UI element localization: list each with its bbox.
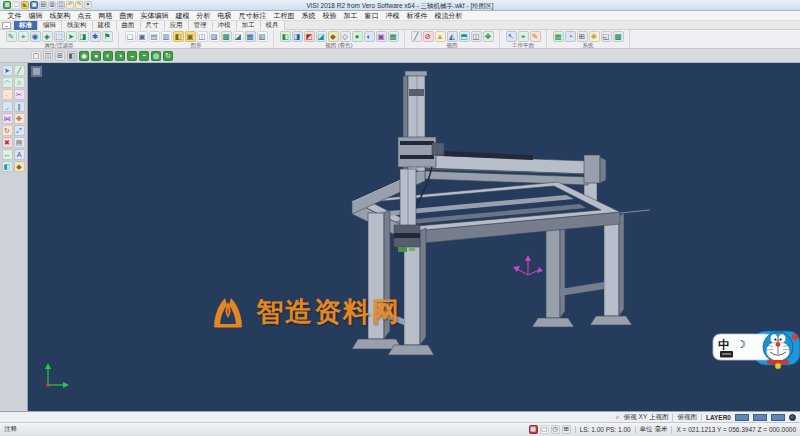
workplane-origin-icon[interactable]: ⌖ [518, 31, 529, 42]
menu-item-13[interactable]: 校验 [319, 11, 340, 21]
line-icon[interactable]: ╱ [14, 65, 25, 76]
rotate-icon[interactable]: ↻ [2, 125, 13, 136]
fillet-icon[interactable]: ◞ [2, 101, 13, 112]
menu-item-14[interactable]: 加工 [340, 11, 361, 21]
sheet-copy-icon[interactable]: ◪ [233, 31, 244, 42]
circle-icon[interactable]: ○ [14, 77, 25, 88]
box-select-icon[interactable]: ⬚ [54, 31, 65, 42]
zoom-in-icon[interactable]: ▲ [435, 31, 446, 42]
status-box-3[interactable] [771, 414, 785, 421]
toolbar-tab-3[interactable]: 建模 [93, 21, 117, 30]
point-icon[interactable]: ∙ [2, 89, 13, 100]
status-box-2[interactable] [753, 414, 767, 421]
pan-view-icon[interactable]: ✥ [483, 31, 494, 42]
mirror-icon[interactable]: ⋈ [2, 113, 13, 124]
menu-item-1[interactable]: 编辑 [25, 11, 46, 21]
sheet-teal-icon[interactable]: ▩ [221, 31, 232, 42]
status-box-1[interactable] [735, 414, 749, 421]
menu-item-16[interactable]: 冲模 [382, 11, 403, 21]
active-sheet-icon[interactable]: ▣ [185, 31, 196, 42]
save-icon[interactable]: ▣ [30, 1, 38, 9]
grid-icon[interactable]: ⊞ [562, 425, 571, 434]
transparent-view-icon[interactable]: ◪ [316, 31, 327, 42]
menu-item-0[interactable]: 文件 [4, 11, 25, 21]
toolbar-tab-7[interactable]: 管理 [189, 21, 213, 30]
half-shade-view-icon[interactable]: ◐ [364, 31, 375, 42]
ime-widget[interactable]: 中 ☽ [712, 325, 800, 373]
menu-item-18[interactable]: 模流分析 [431, 11, 466, 21]
new-file-icon[interactable]: ▢ [12, 1, 20, 9]
customize-icon[interactable]: ▾ [84, 1, 92, 9]
sheet-rows-icon[interactable]: ▥ [161, 31, 172, 42]
viewport-quad-icon[interactable]: ⊞ [55, 51, 65, 61]
dimension-icon[interactable]: ↔ [2, 149, 13, 160]
pick-filter-icon[interactable]: ➤ [66, 31, 77, 42]
globe-icon[interactable] [789, 414, 796, 421]
toolbar-tab-9[interactable]: 加工 [237, 21, 261, 30]
material-view-icon[interactable]: ◆ [328, 31, 339, 42]
sheet-lines-icon[interactable]: ▤ [149, 31, 160, 42]
sheet-link-icon[interactable]: ▦ [245, 31, 256, 42]
surface-icon[interactable]: ◧ [2, 161, 13, 172]
menu-item-5[interactable]: 曲面 [116, 11, 137, 21]
snap-settings-icon[interactable]: ▦ [529, 425, 538, 434]
toolbar-tab-4[interactable]: 曲面 [117, 21, 141, 30]
view-mode-label[interactable]: 俯视 XY 上视图 [624, 413, 669, 422]
attribute-pen-icon[interactable]: ✎ [6, 31, 17, 42]
system-database-icon[interactable]: ▩ [613, 31, 624, 42]
trim-icon[interactable]: ✂ [14, 89, 25, 100]
top-view-icon[interactable]: ⬒ [459, 31, 470, 42]
menu-item-17[interactable]: 标准件 [403, 11, 431, 21]
menu-item-3[interactable]: 点云 [74, 11, 95, 21]
move-icon[interactable]: ✥ [14, 113, 25, 124]
split-view-icon[interactable]: ◫ [471, 31, 482, 42]
wireframe-view-icon[interactable]: ◨ [292, 31, 303, 42]
select-icon[interactable]: ➤ [2, 65, 13, 76]
text-icon[interactable]: A [14, 149, 25, 160]
menu-item-9[interactable]: 电极 [214, 11, 235, 21]
workplane-edit-icon[interactable]: ✎ [530, 31, 541, 42]
history-icon[interactable]: ◷ [551, 425, 560, 434]
dynamic-rotate-icon[interactable]: ╱ [411, 31, 422, 42]
active-layer-label[interactable]: LAYER0 [706, 414, 731, 421]
view-iso-icon[interactable]: ◉ [79, 51, 89, 61]
view-back-icon[interactable]: ◓ [139, 51, 149, 61]
toolbar-tab-6[interactable]: 应用 [165, 21, 189, 30]
layers-icon[interactable]: ▤ [14, 137, 25, 148]
filter-target-icon[interactable]: ⌖ [18, 31, 29, 42]
open-file-icon[interactable]: ◣ [21, 1, 29, 9]
print-preview-icon[interactable]: ▥ [48, 1, 56, 9]
viewport-split-icon[interactable]: ◫ [43, 51, 53, 61]
selection-box-icon[interactable]: ▢ [540, 425, 549, 434]
flag-filter-icon[interactable]: ⚑ [102, 31, 113, 42]
undo-icon[interactable]: ↶ [66, 1, 74, 9]
plot-icon[interactable]: ◫ [57, 1, 65, 9]
3d-viewport[interactable]: 智造资料网 中 ☽ [28, 63, 800, 411]
delete-icon[interactable]: ✖ [2, 137, 13, 148]
hidden-line-view-icon[interactable]: ◩ [304, 31, 315, 42]
toolbar-tab-10[interactable]: 模具 [261, 21, 285, 30]
offset-icon[interactable]: ∥ [14, 101, 25, 112]
ime-language-indicator[interactable]: 中 [718, 338, 730, 352]
menu-item-11[interactable]: 工程图 [270, 11, 298, 21]
element-filter-icon[interactable]: ◨ [78, 31, 89, 42]
ime-moon-icon[interactable]: ☽ [736, 338, 746, 350]
iso-view-icon[interactable]: ◭ [447, 31, 458, 42]
attribute-match-icon[interactable]: ✱ [90, 31, 101, 42]
scale-icon[interactable]: ⤢ [14, 125, 25, 136]
system-settings-icon[interactable]: ✺ [589, 31, 600, 42]
solid-icon[interactable]: ◆ [14, 161, 25, 172]
section-view-icon[interactable]: ▣ [376, 31, 387, 42]
sheet-grid-icon[interactable]: ▣ [137, 31, 148, 42]
view-right-icon[interactable]: ◑ [115, 51, 125, 61]
app-icon[interactable]: ▦ [3, 1, 11, 9]
toolbar-tab-2[interactable]: 线架构 [62, 21, 93, 30]
sheet-lock-icon[interactable]: ▧ [257, 31, 268, 42]
menu-item-2[interactable]: 线架构 [46, 11, 74, 21]
system-grid-icon[interactable]: ▦ [553, 31, 564, 42]
stop-view-icon[interactable]: ⊘ [423, 31, 434, 42]
collapse-ribbon-button[interactable]: - [2, 22, 11, 29]
view-top-icon[interactable]: ● [91, 51, 101, 61]
menu-item-12[interactable]: 系统 [298, 11, 319, 21]
blank-sheet-icon[interactable]: ▢ [125, 31, 136, 42]
